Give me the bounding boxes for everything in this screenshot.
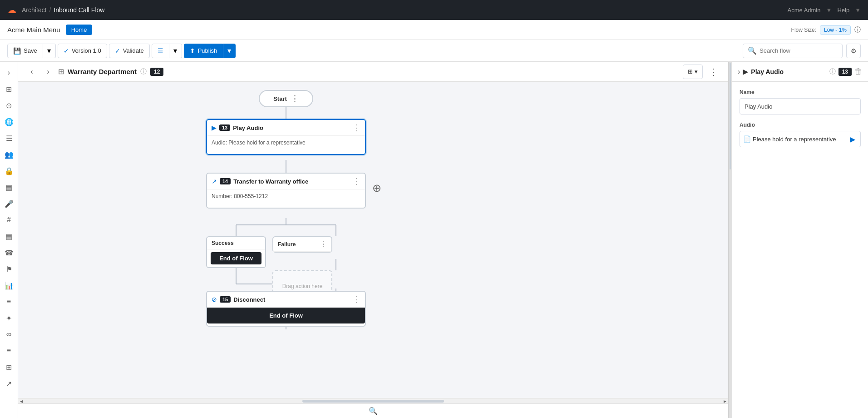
canvas-zoom-bar: 🔍 (18, 403, 728, 418)
filter-button[interactable]: ⚙ (846, 44, 861, 58)
start-menu[interactable]: ⋮ (291, 94, 299, 104)
user-label: Acme Admin (788, 7, 821, 14)
list-button[interactable]: ☰ (152, 44, 169, 58)
sidebar-item-mic[interactable]: 🎤 (2, 196, 16, 211)
save-btn-group: 💾 Save ▾ (7, 44, 56, 58)
transfer-title: Transfer to Warranty office (233, 178, 350, 185)
sidebar-item-infinity[interactable]: ∞ (2, 327, 16, 342)
sidebar-item-inbox[interactable]: ☰ (2, 131, 16, 145)
flow-canvas[interactable]: Start ⋮ ▶ 13 Play Audio ⋮ Audio: Please … (18, 82, 728, 403)
toolbar-right: 🔍 ⚙ (743, 44, 861, 58)
start-node[interactable]: Start ⋮ (259, 90, 313, 107)
scrollbar-thumb-v[interactable] (730, 63, 731, 169)
help-button[interactable]: Help (837, 7, 849, 14)
save-button[interactable]: 💾 Save (7, 44, 43, 58)
canvas-scrollbar-h[interactable]: ◂ ▸ (18, 398, 728, 403)
dept-badge: 12 (150, 68, 163, 76)
sidebar-item-users[interactable]: 👥 (2, 147, 16, 162)
play-audio-node[interactable]: ▶ 13 Play Audio ⋮ Audio: Please hold for… (206, 119, 366, 155)
sidebar-item-list[interactable]: ≡ (2, 343, 16, 358)
main-area: › ⊞ ⊙ 🌐 ☰ 👥 🔒 ▤ 🎤 # ▤ ☎ ⚑ 📊 ≡ ✦ ∞ ≡ ⊞ ↗ … (0, 62, 868, 418)
top-nav-right: Acme Admin ▼ Help ▼ (788, 7, 861, 14)
canvas-scrollbar-v[interactable] (728, 62, 732, 418)
transfer-node-header: ↗ 14 Transfer to Warranty office ⋮ (207, 174, 365, 189)
panel-delete-btn[interactable]: 🗑 (854, 67, 863, 76)
validate-button[interactable]: ✓ Validate (109, 44, 150, 58)
disconnect-body: End of Flow (207, 308, 365, 326)
play-audio-node-header: ▶ 13 Play Audio ⋮ (207, 120, 365, 136)
scrollbar-thumb-h[interactable] (302, 400, 444, 403)
transfer-menu[interactable]: ⋮ (352, 177, 360, 185)
audio-field-label: Audio (740, 122, 861, 128)
canvas-more-button[interactable]: ⋮ (706, 65, 721, 79)
canvas-expand-btn[interactable]: › (42, 65, 54, 78)
save-dropdown[interactable]: ▾ (43, 44, 56, 58)
sidebar-item-grid[interactable]: ⊞ (2, 360, 16, 374)
dept-info-icon[interactable]: ⓘ (140, 68, 147, 76)
canvas-collapse-btn[interactable]: ‹ (25, 65, 38, 78)
publish-label: Publish (198, 47, 217, 54)
flow-size-label: Flow Size: (791, 27, 816, 33)
sidebar-item-phone[interactable]: ☎ (2, 245, 16, 260)
sidebar-item-chart[interactable]: 📊 (2, 278, 16, 293)
panel-badge: 13 (838, 68, 852, 76)
publish-btn-group: ⬆ Publish ▾ (184, 44, 236, 58)
play-audio-badge: 13 (219, 124, 230, 131)
sidebar-expand-toggle[interactable]: › (2, 65, 16, 80)
play-audio-menu[interactable]: ⋮ (352, 124, 360, 132)
publish-dropdown[interactable]: ▾ (223, 44, 236, 58)
panel-info-icon[interactable]: ⓘ (829, 68, 836, 76)
failure-menu[interactable]: ⋮ (320, 240, 327, 249)
scroll-right-btn[interactable]: ▸ (724, 398, 726, 404)
success-end-flow[interactable]: End of Flow (211, 252, 261, 264)
publish-icon: ⬆ (190, 47, 195, 55)
sidebar-item-routing[interactable]: ✦ (2, 311, 16, 325)
transfer-node[interactable]: ↗ 14 Transfer to Warranty office ⋮ Numbe… (206, 173, 366, 209)
publish-button[interactable]: ⬆ Publish (184, 44, 223, 58)
disconnect-title: Disconnect (233, 296, 350, 303)
name-field-label: Name (740, 89, 861, 95)
drag-placeholder-label: Drag action here (282, 283, 323, 289)
list-dropdown[interactable]: ▾ (169, 44, 182, 58)
transfer-icon: ↗ (212, 178, 217, 185)
sidebar-item-hash[interactable]: # (2, 213, 16, 227)
app-header-right: Flow Size: Low - 1% ⓘ (791, 25, 861, 35)
disconnect-end-flow[interactable]: End of Flow (207, 308, 365, 323)
flow-size-info-icon[interactable]: ⓘ (854, 26, 861, 34)
audio-play-button[interactable]: ▶ (847, 134, 858, 144)
app-title: Acme Main Menu (7, 26, 60, 34)
success-branch[interactable]: Success End of Flow (206, 236, 266, 268)
search-flow-input[interactable] (760, 47, 838, 54)
disconnect-node[interactable]: ⊘ 15 Disconnect ⋮ End of Flow (206, 291, 366, 327)
sidebar-item-menu[interactable]: ≡ (2, 294, 16, 309)
move-cursor-icon: ⊕ (372, 182, 381, 194)
sidebar-item-flow[interactable]: ⊙ (2, 98, 16, 113)
search-flow-container: 🔍 (743, 44, 843, 58)
sidebar-item-data[interactable]: ▤ (2, 180, 16, 194)
scroll-left-btn[interactable]: ◂ (20, 398, 23, 404)
zoom-icon[interactable]: 🔍 (369, 407, 378, 415)
sidebar-item-reports[interactable]: ▤ (2, 229, 16, 244)
audio-field-input[interactable] (740, 131, 861, 147)
panel-back-btn[interactable]: › (738, 68, 740, 76)
success-label: Success (212, 240, 234, 246)
sidebar-item-flag[interactable]: ⚑ (2, 262, 16, 276)
validate-label: Validate (123, 47, 144, 54)
play-audio-icon: ▶ (212, 124, 217, 131)
sidebar-collapse-toggle[interactable]: ⊞ (2, 82, 16, 96)
sidebar-item-lock[interactable]: 🔒 (2, 164, 16, 178)
failure-branch[interactable]: Failure ⋮ (272, 236, 332, 253)
disconnect-menu[interactable]: ⋮ (352, 295, 360, 304)
name-field-input[interactable] (740, 98, 861, 114)
search-icon: 🔍 (748, 46, 757, 55)
breadcrumb-parent[interactable]: Architect (22, 6, 46, 14)
sidebar-item-external[interactable]: ↗ (2, 376, 16, 391)
hierarchy-button[interactable]: ⊞ ▾ (683, 65, 703, 79)
hierarchy-dropdown-icon: ▾ (695, 68, 698, 75)
sidebar-item-globe[interactable]: 🌐 (2, 114, 16, 129)
version-button[interactable]: ✓ Version 1.0 (58, 44, 107, 58)
list-icon: ☰ (158, 47, 163, 55)
home-tab[interactable]: Home (66, 25, 93, 35)
logo-icon: ☁ (7, 5, 16, 15)
disconnect-icon: ⊘ (212, 296, 217, 303)
